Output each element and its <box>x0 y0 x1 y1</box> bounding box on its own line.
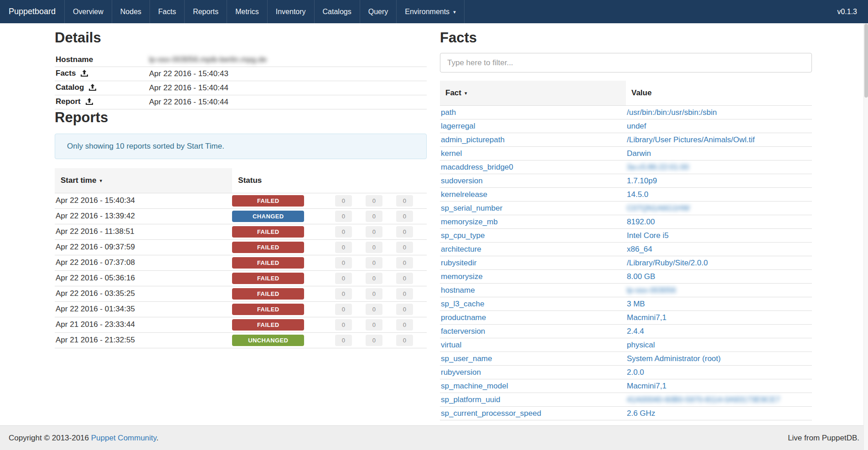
nav-item-query[interactable]: Query <box>360 0 397 23</box>
fact-name-link[interactable]: hostname <box>441 286 475 295</box>
fact-value-link[interactable]: 3 MB <box>627 300 645 308</box>
fact-value-link[interactable]: /Library/User Pictures/Animals/Owl.tif <box>627 135 755 144</box>
fact-value-link[interactable]: Macmini7,1 <box>627 313 666 322</box>
fact-header-label: Fact <box>445 88 461 97</box>
detail-label: Report <box>56 97 81 106</box>
reports-column-status[interactable]: Status <box>232 168 427 193</box>
fact-name-link[interactable]: memorysize_mb <box>441 217 498 226</box>
fact-row: sp_current_processor_speed2.6 GHz <box>440 407 812 420</box>
fact-name-link[interactable]: lagerregal <box>441 122 475 130</box>
detail-value: lp-osx-003056.mpib-berlin.mpg.de <box>148 53 427 67</box>
fact-name-link[interactable]: memorysize <box>441 272 483 281</box>
nav-item-facts[interactable]: Facts <box>150 0 184 23</box>
nav-item-inventory[interactable]: Inventory <box>267 0 314 23</box>
fact-name-link[interactable]: sp_serial_number <box>441 204 502 212</box>
nav-item-metrics[interactable]: Metrics <box>227 0 267 23</box>
fact-name-link[interactable]: kernelrelease <box>441 190 487 199</box>
fact-row: virtualphysical <box>440 338 812 352</box>
fact-value-link[interactable]: Intel Core i5 <box>627 231 669 240</box>
fact-value-link[interactable]: 3a:c5:86:22:01:00 <box>627 163 689 171</box>
fact-name-link[interactable]: sp_machine_model <box>441 382 508 390</box>
fact-value-link[interactable]: C07QN1A6G1HW <box>627 204 690 212</box>
fact-name-link[interactable]: sp_l3_cache <box>441 300 484 308</box>
puppet-community-link[interactable]: Puppet Community <box>91 434 156 442</box>
fact-name-link[interactable]: architecture <box>441 245 481 253</box>
facts-filter-input[interactable] <box>440 53 812 72</box>
fact-name-link[interactable]: admin_picturepath <box>441 135 505 144</box>
reports-column-start-time[interactable]: Start time▾ <box>55 168 232 193</box>
fact-name-link[interactable]: rubysitedir <box>441 259 476 267</box>
fact-value-link[interactable]: Darwin <box>627 149 651 158</box>
fact-value-link[interactable]: System Administrator (root) <box>627 354 721 363</box>
upload-icon[interactable] <box>86 98 93 107</box>
fact-name-link[interactable]: path <box>441 108 456 117</box>
fact-name-link[interactable]: rubyversion <box>441 368 481 377</box>
details-table: Hostnamelp-osx-003056.mpib-berlin.mpg.de… <box>55 53 427 109</box>
fact-value-link[interactable]: 14.5.0 <box>627 190 648 199</box>
count-badge: 0 <box>396 304 413 315</box>
nav-item-environments[interactable]: Environments ▾ <box>396 0 464 23</box>
report-row: Apr 22 2016 - 03:35:25FAILED000 <box>55 286 427 301</box>
sort-caret-icon: ▾ <box>465 90 467 96</box>
status-badge: CHANGED <box>232 211 304 222</box>
main-content: Details Hostnamelp-osx-003056.mpib-berli… <box>0 23 868 420</box>
nav-item-reports[interactable]: Reports <box>184 0 227 23</box>
fact-value-link[interactable]: 2.6 GHz <box>627 409 655 418</box>
report-row: Apr 22 2016 - 09:37:59FAILED000 <box>55 239 427 255</box>
fact-row: rubysitedir/Library/Ruby/Site/2.0.0 <box>440 256 812 270</box>
fact-value-link[interactable]: /usr/bin:/bin:/usr/sbin:/sbin <box>627 108 717 117</box>
report-start-time: Apr 22 2016 - 09:37:59 <box>55 239 232 255</box>
scrollbar-thumb[interactable] <box>864 24 868 98</box>
navbar-brand[interactable]: Puppetboard <box>0 0 64 23</box>
fact-name-link[interactable]: sp_user_name <box>441 354 492 363</box>
fact-name-link[interactable]: kernel <box>441 149 462 158</box>
fact-value-link[interactable]: 1.7.10p9 <box>627 176 657 185</box>
report-row: Apr 22 2016 - 07:37:08FAILED000 <box>55 255 427 270</box>
fact-value-link[interactable]: /Library/Ruby/Site/2.0.0 <box>627 259 708 267</box>
fact-name-link[interactable]: productname <box>441 313 486 322</box>
fact-name-link[interactable]: facterversion <box>441 327 485 336</box>
fact-value-link[interactable]: 8.00 GB <box>627 272 655 281</box>
fact-name-link[interactable]: sp_platform_uuid <box>441 395 500 404</box>
fact-name-link[interactable]: sudoversion <box>441 176 483 185</box>
fact-value-link[interactable]: 2.0.0 <box>627 368 644 377</box>
report-start-time: Apr 22 2016 - 15:40:34 <box>55 193 232 208</box>
upload-icon[interactable] <box>89 84 96 93</box>
fact-value-link[interactable]: undef <box>627 122 646 130</box>
fact-value-link[interactable]: 8192.00 <box>627 217 655 226</box>
fact-name-link[interactable]: sp_cpu_type <box>441 231 485 240</box>
fact-row: sp_machine_modelMacmini7,1 <box>440 379 812 393</box>
fact-value-link[interactable]: Macmini7,1 <box>627 382 666 390</box>
fact-row: facterversion2.4.4 <box>440 325 812 338</box>
facts-column-fact[interactable]: Fact▾ <box>440 81 626 106</box>
detail-value: Apr 22 2016 - 15:40:44 <box>148 95 427 109</box>
nav-item-overview[interactable]: Overview <box>64 0 112 23</box>
fact-value-link[interactable]: 41A00040-60B0-5970-8114-0A93173E9CE7 <box>627 395 780 404</box>
report-row: Apr 22 2016 - 15:40:34FAILED000 <box>55 193 427 208</box>
report-start-time: Apr 21 2016 - 23:33:44 <box>55 317 232 332</box>
nav-item-nodes[interactable]: Nodes <box>112 0 150 23</box>
report-row: Apr 21 2016 - 21:32:55UNCHANGED000 <box>55 332 427 348</box>
detail-label: Catalog <box>56 83 84 92</box>
status-badge: FAILED <box>232 304 304 315</box>
fact-name-link[interactable]: sp_current_processor_speed <box>441 409 541 418</box>
fact-row: lagerregalundef <box>440 119 812 133</box>
report-start-time: Apr 22 2016 - 01:34:35 <box>55 301 232 317</box>
upload-icon[interactable] <box>81 70 88 79</box>
scrollbar-track[interactable] <box>863 23 868 450</box>
reports-table-body: Apr 22 2016 - 15:40:34FAILED000Apr 22 20… <box>55 193 427 348</box>
fact-value-link[interactable]: x86_64 <box>627 245 652 253</box>
fact-value-link[interactable]: physical <box>627 341 655 349</box>
facts-column-value[interactable]: Value <box>626 81 812 106</box>
count-badge: 0 <box>335 211 352 222</box>
report-start-time: Apr 22 2016 - 05:36:16 <box>55 270 232 286</box>
fact-row: sp_platform_uuid41A00040-60B0-5970-8114-… <box>440 393 812 407</box>
reports-title: Reports <box>55 109 427 126</box>
report-start-time: Apr 22 2016 - 07:37:08 <box>55 255 232 270</box>
fact-name-link[interactable]: macaddress_bridge0 <box>441 163 513 171</box>
fact-name-link[interactable]: virtual <box>441 341 461 349</box>
fact-value-link[interactable]: lp-osx-003056 <box>627 286 676 295</box>
fact-value-link[interactable]: 2.4.4 <box>627 327 644 336</box>
nav-item-catalogs[interactable]: Catalogs <box>314 0 360 23</box>
reports-alert: Only showing 10 reports sorted by Start … <box>55 134 427 159</box>
